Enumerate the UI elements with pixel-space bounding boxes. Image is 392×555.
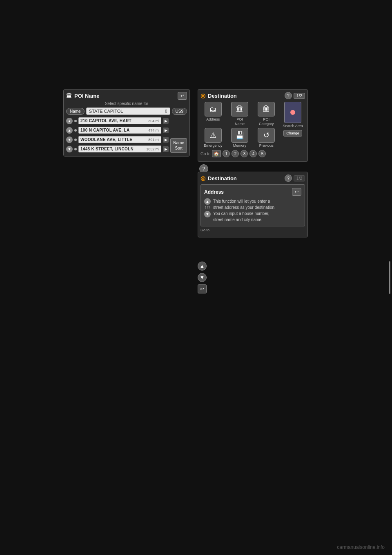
search-area-label: Search Area — [283, 124, 303, 128]
poi-subtitle: Select specific name for — [66, 101, 187, 106]
num-2-button[interactable]: 2 — [232, 150, 239, 157]
home-button[interactable]: 🏠 — [212, 150, 221, 157]
go-to-row: Go to 🏠 1 2 3 4 5 — [200, 150, 305, 157]
dest-nav-2: ? 1/2 — [285, 175, 305, 182]
destination-icon: ◎ — [200, 92, 205, 99]
change-button[interactable]: Change — [283, 130, 302, 137]
name-sort-button[interactable]: NameSort — [170, 138, 187, 153]
go-to-label-2: Go to — [200, 228, 209, 235]
list-item: ▼ WOODLANE AVE, LITTLE 891 mi ▶ — [66, 136, 169, 143]
list-item: ▼ 1445 K STREET, LINCOLN 1052 mi ▶ — [66, 145, 169, 152]
address-nav-indicators: ▲ 1/7 ▼ — [204, 198, 211, 217]
emergency-button[interactable]: ⚠ Emergency — [200, 128, 225, 148]
num-4-button[interactable]: 4 — [249, 150, 257, 157]
poi-address-2: 100 N CAPITOL AVE, LA — [80, 128, 129, 132]
scroll-down-icon-2[interactable]: ▼ — [66, 146, 73, 152]
poi-dist-2: 474 mi — [148, 128, 159, 132]
address-help-description: This function will let you enter astreet… — [213, 198, 276, 223]
poi-result-3[interactable]: WOODLANE AVE, LITTLE 891 mi — [78, 136, 161, 143]
list-item: ▲ 210 CAPITOL AVE, HART 304 mi ▶ — [66, 117, 169, 124]
poi-category-button[interactable]: 🏛 POICategory — [254, 102, 279, 126]
scroll-up-icon-2[interactable]: ▲ — [66, 127, 73, 134]
destination-title-2: ◎ Destination — [200, 175, 237, 181]
dot-indicator-3 — [74, 139, 77, 141]
address-help-content: ▲ 1/7 ▼ This function will let you enter… — [204, 198, 301, 223]
poi-address-4: 1445 K STREET, LINCOLN — [80, 147, 134, 151]
destination-panel-2: ◎ Destination ? 1/2 Address ↩ ▲ 1/7 ▼ Th… — [198, 172, 308, 237]
legend-down-item: ▼ — [198, 273, 207, 282]
address-back-button[interactable]: ↩ — [292, 188, 301, 196]
memory-icon: 💾 — [231, 128, 248, 143]
poi-category-label: POICategory — [259, 117, 274, 126]
poi-dist-3: 891 mi — [148, 138, 159, 142]
num-1-button[interactable]: 1 — [223, 150, 230, 157]
address-box-title: Address — [204, 189, 224, 195]
dest2-bottom: Go to — [200, 228, 305, 235]
search-text: STATE CAPITOL — [89, 109, 123, 114]
chevron-right-icon-3[interactable]: ▶ — [163, 137, 169, 143]
list-item: ▲ 100 N CAPITOL AVE, LA 474 mi ▶ — [66, 127, 169, 134]
map-thumbnail[interactable] — [284, 102, 301, 123]
destination-label-2: Destination — [208, 175, 237, 181]
page-button-2: 1/2 — [294, 175, 305, 181]
poi-name-icon: 🏛 — [231, 102, 248, 116]
search-area-container: Search Area Change — [281, 102, 305, 148]
poi-back-button[interactable]: ↩ — [178, 92, 187, 100]
chevron-right-icon-2[interactable]: ▶ — [163, 128, 169, 133]
name-sort-container: NameSort — [170, 117, 187, 154]
poi-list-col: ▲ 210 CAPITOL AVE, HART 304 mi ▶ ▲ 100 N… — [66, 117, 169, 154]
previous-label: Previous — [259, 143, 274, 148]
dot-indicator — [74, 120, 77, 122]
num-3-button[interactable]: 3 — [241, 150, 248, 157]
dest-panel-1-header: ◎ Destination ? 1/2 — [200, 92, 305, 99]
destination-panel-1: ◎ Destination ? 1/2 🗂 Address 🏛 POIName … — [198, 89, 308, 162]
poi-search-bar: Name STATE CAPITOL 8 US9 — [66, 107, 187, 115]
page-button-1[interactable]: 1/2 — [294, 93, 305, 99]
num-5-button[interactable]: 5 — [258, 150, 266, 157]
scroll-down-icon[interactable]: ▼ — [66, 137, 73, 143]
address-button[interactable]: 🗂 Address — [200, 102, 225, 126]
legend-back-item: ↩ — [198, 284, 207, 293]
search-count: 8 — [165, 109, 167, 114]
page-background: 🏛 POI Name ↩ Select specific name for Na… — [0, 0, 392, 555]
address-down-icon[interactable]: ▼ — [204, 211, 211, 217]
dot-indicator-2 — [74, 129, 77, 132]
poi-name-panel: 🏛 POI Name ↩ Select specific name for Na… — [63, 89, 190, 157]
address-icon: 🗂 — [205, 102, 222, 116]
address-help-box: Address ↩ ▲ 1/7 ▼ This function will let… — [200, 184, 305, 226]
poi-address-3: WOODLANE AVE, LITTLE — [80, 137, 132, 142]
legend-up-item: ▲ — [198, 262, 207, 271]
memory-button[interactable]: 💾 Memory — [227, 128, 252, 148]
destination-title-1: ◎ Destination — [200, 92, 237, 99]
poi-address-1: 210 CAPITOL AVE, HART — [80, 119, 131, 123]
previous-button[interactable]: ↺ Previous — [254, 128, 279, 148]
address-up-icon[interactable]: ▲ — [204, 198, 211, 205]
legend-back-icon: ↩ — [198, 284, 207, 293]
emergency-label: Emergency — [204, 143, 223, 148]
help-button-1[interactable]: ? — [285, 92, 292, 99]
poi-result-4[interactable]: 1445 K STREET, LINCOLN 1052 mi — [78, 145, 161, 152]
watermark: carmanualsonline.info — [337, 544, 385, 550]
poi-name-dest-label: POIName — [235, 117, 245, 126]
region-tag[interactable]: US9 — [172, 108, 187, 115]
name-tag[interactable]: Name — [66, 108, 85, 115]
destination-label-1: Destination — [208, 93, 237, 99]
destination-icon-2: ◎ — [200, 175, 205, 181]
address-label: Address — [206, 117, 220, 122]
poi-search-input[interactable]: STATE CAPITOL 8 — [86, 107, 170, 115]
scroll-up-icon[interactable]: ▲ — [66, 118, 73, 124]
poi-category-icon: 🏛 — [258, 102, 275, 116]
help-button-2[interactable]: ? — [285, 175, 292, 182]
poi-name-button[interactable]: 🏛 POIName — [227, 102, 252, 126]
chevron-right-icon-4[interactable]: ▶ — [163, 146, 169, 152]
poi-list-section: ▲ 210 CAPITOL AVE, HART 304 mi ▶ ▲ 100 N… — [66, 117, 187, 154]
poi-panel-title: 🏛 POI Name — [66, 93, 99, 99]
legend-down-icon: ▼ — [198, 273, 207, 282]
poi-result-2[interactable]: 100 N CAPITOL AVE, LA 474 mi — [78, 127, 161, 134]
chevron-right-icon[interactable]: ▶ — [163, 118, 169, 124]
previous-icon: ↺ — [258, 128, 275, 143]
poi-result-1[interactable]: 210 CAPITOL AVE, HART 304 mi — [78, 117, 161, 124]
poi-dist-1: 304 mi — [148, 119, 159, 123]
dot-indicator-4 — [74, 148, 77, 150]
poi-panel-header: 🏛 POI Name ↩ — [66, 92, 187, 100]
